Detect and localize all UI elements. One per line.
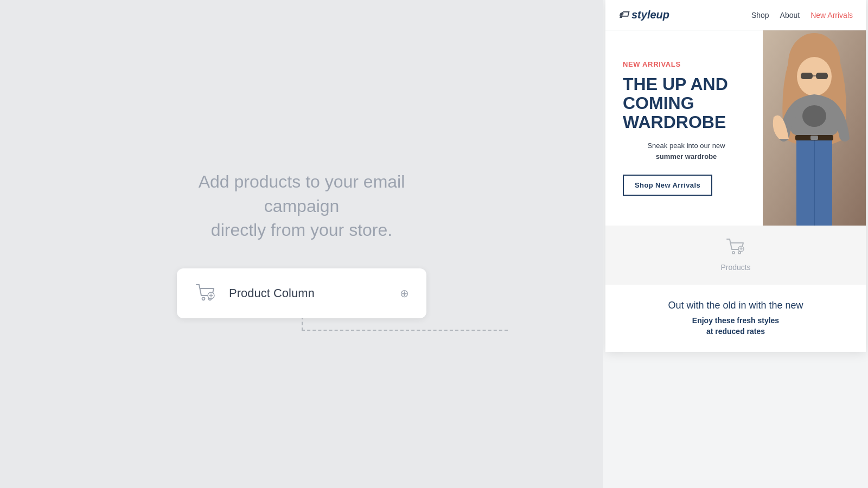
- email-hero: New Arrivals THE UP AND COMING WARDROBE …: [605, 30, 866, 226]
- email-logo: 🏷 styleup: [618, 9, 669, 21]
- nav-link-about[interactable]: About: [780, 11, 800, 20]
- nav-link-shop[interactable]: Shop: [751, 11, 769, 20]
- nav-link-new-arrivals[interactable]: New Arrivals: [810, 11, 853, 20]
- product-column-label: Product Column: [229, 286, 389, 300]
- logo-text: styleup: [631, 9, 669, 21]
- hero-subtitle-line1: Sneak peak into our new: [647, 142, 725, 150]
- svg-rect-15: [810, 136, 818, 140]
- left-heading: Add products to your email campaign dire…: [161, 170, 443, 242]
- cart-icon: [194, 281, 218, 305]
- hero-image: [763, 30, 866, 226]
- move-icon[interactable]: ⊕: [400, 287, 409, 300]
- svg-point-0: [202, 298, 205, 300]
- logo-tag-icon: 🏷: [618, 9, 628, 21]
- svg-rect-8: [801, 73, 813, 79]
- svg-rect-9: [816, 73, 828, 79]
- products-label: Products: [720, 263, 750, 272]
- hero-text: New Arrivals THE UP AND COMING WARDROBE …: [605, 30, 763, 226]
- email-nav-links: Shop About New Arrivals: [751, 11, 853, 20]
- hero-title: THE UP AND COMING WARDROBE: [623, 75, 750, 132]
- footer-sub-line1: Enjoy these fresh styles: [692, 316, 779, 325]
- email-nav: 🏷 styleup Shop About New Arrivals: [605, 0, 866, 30]
- products-section: Products: [605, 226, 866, 285]
- footer-sub: Enjoy these fresh styles at reduced rate…: [623, 316, 848, 337]
- left-panel: Add products to your email campaign dire…: [0, 0, 603, 488]
- email-preview: 🏷 styleup Shop About New Arrivals New Ar…: [605, 0, 866, 352]
- product-column-card[interactable]: Product Column ⊕: [177, 268, 426, 318]
- footer-section: Out with the old in with the new Enjoy t…: [605, 285, 866, 352]
- hero-subtitle-line2: summer wardrobe: [656, 152, 717, 160]
- footer-sub-line2: at reduced rates: [706, 327, 765, 336]
- products-cart-icon: [726, 239, 745, 260]
- shop-new-arrivals-button[interactable]: Shop New Arrivals: [623, 175, 712, 196]
- svg-point-16: [732, 252, 735, 254]
- hero-subtitle: Sneak peak into our new summer wardrobe: [623, 140, 750, 162]
- svg-point-11: [802, 105, 826, 127]
- right-panel: 🏷 styleup Shop About New Arrivals New Ar…: [603, 0, 868, 488]
- hero-tag: New Arrivals: [623, 60, 750, 68]
- footer-headline: Out with the old in with the new: [623, 300, 848, 311]
